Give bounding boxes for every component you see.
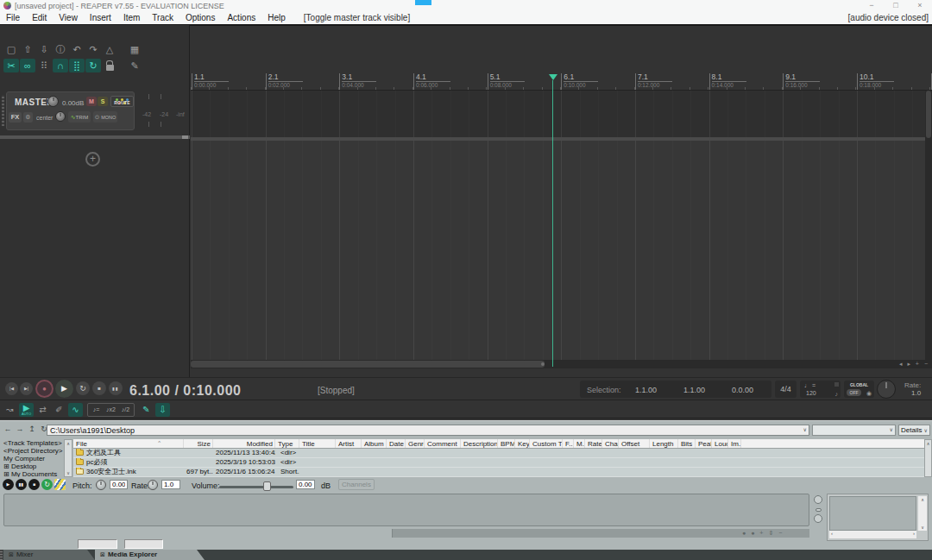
preview-zoom-out-button[interactable] [814,514,822,523]
master-mono-button[interactable]: ⊙ MONO [93,111,117,123]
column-f[interactable]: F... [563,439,574,448]
column-peak[interactable]: Peak... [696,439,712,448]
arrange-h-scrollbar[interactable]: ◂ ▸ + − [191,360,932,368]
go-to-end-button[interactable]: ▶| [20,382,33,395]
file-row[interactable]: 360安全卫士.lnk697 byt...2025/11/6 15:06:24S… [73,468,924,477]
volume-input[interactable] [296,480,315,489]
open-project-icon[interactable]: ⇧ [20,42,35,56]
menu-item[interactable]: Item [117,13,146,22]
volume-slider-track[interactable] [219,486,293,488]
pencil-edit-icon[interactable]: ✎ [127,59,142,72]
tree-item[interactable]: ⊞ Desktop [1,462,63,470]
selection-box[interactable]: Selection: 1.1.00 1.1.00 0.0.00 [580,381,771,398]
path-input[interactable] [48,425,790,435]
close-tab-icon[interactable]: ⊠ [9,550,14,560]
column-album[interactable]: Album [362,439,387,448]
preview-zoom-in-button[interactable] [814,495,822,504]
loop-points-icon[interactable]: ↻ [85,59,101,72]
column-key[interactable]: Key [515,439,530,448]
master-fx-button[interactable]: FX [9,112,22,123]
preview-h-scrollbar[interactable]: ● ● + ⇕ − [0,529,809,538]
tempo-value[interactable]: 120 [806,390,816,396]
column-loud[interactable]: Loud... [712,439,728,448]
draw-pencil-icon[interactable]: ✎ [139,403,154,417]
waveform-preview[interactable] [3,494,809,526]
column-file[interactable]: File^ [73,439,184,448]
automation-off-button[interactable]: OFF [847,389,861,396]
pitch-input[interactable] [110,480,128,489]
snap-icon[interactable]: ∩ [53,59,68,72]
track-area[interactable] [191,141,932,360]
column-size[interactable]: Size [184,439,213,448]
column-offset[interactable]: Offset [619,439,650,448]
column-bpm[interactable]: BPM [498,439,515,448]
master-solo-button[interactable]: S [98,97,108,106]
project-settings-icon[interactable]: ⓘ [53,42,68,56]
column-chan[interactable]: Chan [602,439,619,448]
menu-track[interactable]: Track [146,13,179,22]
tab-media-explorer[interactable]: ⊠Media Explorer [95,550,205,560]
column-title[interactable]: Title [299,439,336,448]
column-description[interactable]: Description [461,439,498,448]
go-to-start-button[interactable]: |◀ [5,382,18,395]
play-button[interactable]: ▶ [55,380,73,398]
scroll-down-icon[interactable]: ∨ [918,525,927,530]
preview-zoom-icons[interactable]: ● ● + ⇕ − [742,530,784,537]
close-button[interactable]: × [908,0,932,11]
grid-note-straight-button[interactable]: ♪= [90,404,103,416]
undo-icon[interactable]: ↶ [69,42,85,56]
column-m[interactable]: M... [574,439,585,448]
record-button[interactable]: ● [35,380,54,398]
screenset-icon[interactable]: ▦ [127,42,142,56]
column-rate[interactable]: Rate [585,439,602,448]
scroll-up-icon[interactable]: ∧ [65,441,72,446]
grid-note-double-button[interactable]: ♪x2 [104,404,117,416]
master-track-panel[interactable]: MASTER 0.00dB M S ROUTE FX ⚙ center ∿TRI… [6,91,135,130]
preview-repeat-button[interactable]: ↻ [41,479,53,490]
volume-slider-thumb[interactable] [263,481,271,491]
file-row[interactable]: 文档及工具2025/11/13 13:40:42<dir> [73,449,924,458]
menu-actions[interactable]: Actions [221,13,261,22]
arrange-zoom-controls[interactable]: ◂ ▸ + − [899,361,929,368]
grid-note-half-button[interactable]: ♪/2 [119,404,132,416]
playrate-knob[interactable] [877,380,896,399]
h-scroll-thumb[interactable] [191,361,545,368]
tab-mixer[interactable]: ⊠Mixer [3,550,95,560]
scroll-up-icon[interactable]: ∧ [925,441,931,446]
preview-stop-button[interactable]: ■ [28,479,40,490]
tree-item[interactable]: ⊞ My Documents [1,470,63,477]
razor-edit-icon[interactable]: ✐ [52,403,66,417]
insert-media-button[interactable]: ⇩ [155,403,170,417]
menu-view[interactable]: View [53,13,84,22]
pause-button[interactable]: ▮▮ [109,381,123,395]
column-length[interactable]: Length [650,439,678,448]
column-genre[interactable]: Genre [406,439,425,448]
docker-grip[interactable] [0,550,3,560]
metadata-content[interactable] [829,496,916,531]
move-edit-cursor-icon[interactable]: ⇄ [35,403,50,417]
list-scrollbar[interactable]: ∧ [924,439,932,477]
maximize-button[interactable]: □ [884,0,908,11]
minimize-button[interactable]: − [860,0,884,11]
metronome-icon[interactable]: △ [102,42,117,56]
master-track-lane[interactable] [191,91,932,137]
tree-item[interactable]: <Project Directory> [1,447,63,455]
add-track-button[interactable]: + [85,152,100,167]
arrange-area[interactable]: ◂ ▸ + − [191,91,932,368]
playrate-value[interactable]: 1.0 [911,389,921,397]
master-trim-button[interactable]: ∿TRIM [68,111,91,123]
master-panel-grip[interactable] [2,95,4,126]
column-customt[interactable]: Custom T... [530,439,563,448]
master-route-button[interactable]: ROUTE [110,96,134,107]
column-date[interactable]: Date [387,439,406,448]
master-pan-knob[interactable] [55,111,66,122]
scroll-up-icon[interactable]: ∧ [918,497,927,502]
scroll-right-icon[interactable]: › [913,531,915,536]
path-dropdown-icon[interactable]: ∨ [803,426,807,432]
ripple-edit-icon[interactable]: ⠿ [36,59,52,72]
menu-insert[interactable]: Insert [84,13,117,22]
item-grouping-icon[interactable]: ∞ [20,59,35,72]
channels-button[interactable]: Channels [338,479,375,490]
back-button[interactable]: ← [3,424,13,434]
v-scroll-thumb[interactable] [926,91,931,138]
